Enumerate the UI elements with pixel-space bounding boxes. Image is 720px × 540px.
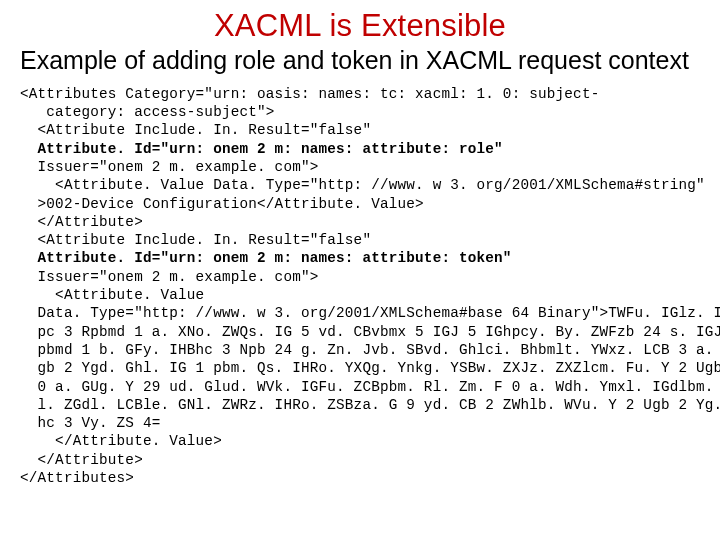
code-line: <Attributes Category="urn: oasis: names:… — [20, 86, 599, 102]
code-line: l. ZGdl. LCBle. GNl. ZWRz. IHRo. ZSBza. … — [20, 397, 720, 413]
code-line: 0 a. GUg. Y 29 ud. Glud. WVk. IGFu. ZCBp… — [20, 379, 720, 395]
code-line: </Attribute> — [20, 452, 143, 468]
slide: XACML is Extensible Example of adding ro… — [0, 0, 720, 540]
code-line: >002-Device Configuration</Attribute. Va… — [20, 196, 424, 212]
code-line: hc 3 Vy. ZS 4= — [20, 415, 160, 431]
code-line-bold: Attribute. Id="urn: onem 2 m: names: att… — [20, 141, 503, 157]
code-line: pc 3 Rpbmd 1 a. XNo. ZWQs. IG 5 vd. CBvb… — [20, 324, 720, 340]
code-line: </Attribute> — [20, 214, 143, 230]
code-block: <Attributes Category="urn: oasis: names:… — [20, 85, 700, 488]
code-line: </Attribute. Value> — [20, 433, 222, 449]
code-line: <Attribute. Value — [20, 287, 204, 303]
code-line: category: access-subject"> — [20, 104, 275, 120]
code-line-bold: Attribute. Id="urn: onem 2 m: names: att… — [20, 250, 512, 266]
code-line: gb 2 Ygd. Ghl. IG 1 pbm. Qs. IHRo. YXQg.… — [20, 360, 720, 376]
code-line: Issuer="onem 2 m. example. com"> — [20, 159, 319, 175]
code-line: <Attribute Include. In. Result="false" — [20, 122, 371, 138]
code-line: Data. Type="http: //www. w 3. org/2001/X… — [20, 305, 720, 321]
slide-subtitle: Example of adding role and token in XACM… — [20, 46, 700, 75]
code-line: Issuer="onem 2 m. example. com"> — [20, 269, 319, 285]
code-line: <Attribute Include. In. Result="false" — [20, 232, 371, 248]
code-line: </Attributes> — [20, 470, 134, 486]
slide-title: XACML is Extensible — [20, 8, 700, 44]
code-line: pbmd 1 b. GFy. IHBhc 3 Npb 24 g. Zn. Jvb… — [20, 342, 720, 358]
code-line: <Attribute. Value Data. Type="http: //ww… — [20, 177, 705, 193]
